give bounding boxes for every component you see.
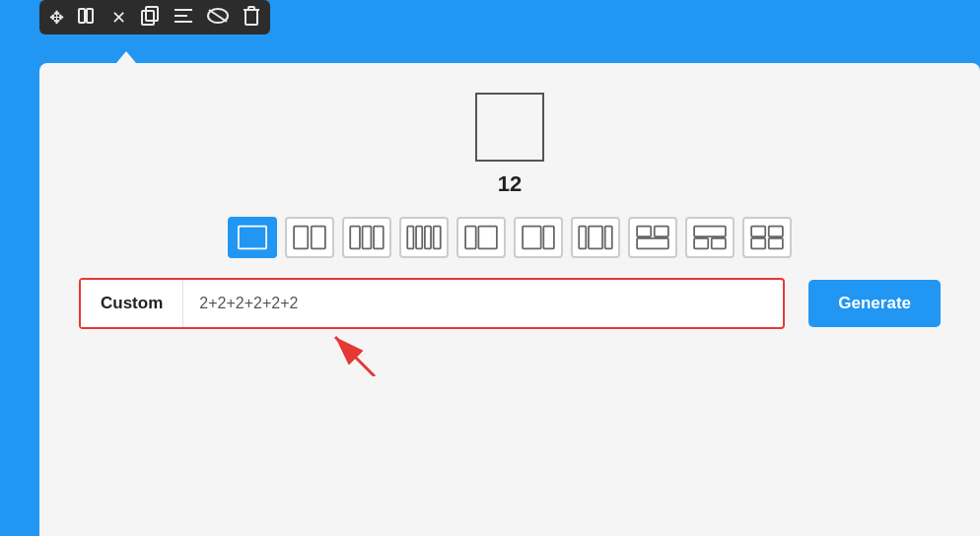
preview-box	[475, 93, 544, 162]
preview-area: 12	[475, 93, 544, 197]
layout-1plus2col[interactable]	[456, 217, 506, 258]
svg-rect-35	[769, 238, 783, 249]
svg-rect-9	[239, 227, 266, 249]
svg-rect-24	[589, 227, 602, 249]
generate-button[interactable]: Generate	[808, 280, 941, 327]
layout-3plus2col[interactable]	[685, 217, 735, 258]
svg-rect-14	[374, 227, 384, 249]
layout-1col[interactable]	[228, 217, 277, 258]
svg-rect-1	[87, 9, 93, 23]
svg-rect-21	[523, 227, 541, 249]
custom-row-wrapper: Custom	[79, 278, 785, 329]
trash-icon[interactable]	[243, 6, 260, 29]
svg-rect-20	[478, 227, 497, 249]
svg-rect-32	[751, 227, 765, 237]
svg-rect-22	[543, 227, 554, 249]
svg-rect-0	[79, 9, 85, 23]
red-arrow	[306, 327, 385, 376]
svg-line-37	[335, 337, 375, 376]
custom-row: Custom	[79, 278, 785, 329]
move-icon[interactable]: ✥	[49, 9, 64, 27]
svg-rect-26	[637, 227, 651, 237]
svg-rect-11	[312, 227, 325, 249]
svg-rect-27	[655, 227, 668, 237]
svg-rect-17	[425, 227, 431, 249]
layout-equal-wide[interactable]	[628, 217, 677, 258]
columns-icon[interactable]	[78, 6, 98, 29]
custom-label: Custom	[81, 280, 183, 327]
svg-rect-10	[294, 227, 308, 249]
custom-input[interactable]	[183, 281, 783, 326]
bottom-row: Custom Generate	[79, 278, 941, 329]
copy-icon[interactable]	[140, 6, 160, 29]
settings-icon[interactable]: ✕	[111, 9, 126, 27]
layout-4col[interactable]	[399, 217, 449, 258]
align-icon[interactable]	[174, 7, 193, 28]
svg-rect-33	[769, 227, 783, 237]
svg-rect-16	[416, 227, 422, 249]
svg-rect-25	[605, 227, 612, 249]
svg-rect-28	[637, 238, 668, 249]
svg-rect-34	[751, 238, 765, 249]
svg-rect-3	[142, 11, 154, 25]
svg-line-8	[209, 10, 227, 22]
svg-rect-18	[434, 227, 441, 249]
svg-rect-23	[579, 227, 586, 249]
layout-3col[interactable]	[342, 217, 391, 258]
svg-rect-30	[694, 238, 708, 249]
svg-rect-19	[465, 227, 476, 249]
toolbar-pointer	[116, 51, 136, 63]
svg-rect-13	[363, 227, 372, 249]
layout-1plus2plus1col[interactable]	[571, 217, 620, 258]
layout-row	[228, 217, 792, 258]
svg-rect-2	[146, 7, 158, 21]
svg-rect-12	[350, 227, 360, 249]
toolbar: ✥ ✕	[39, 0, 270, 34]
svg-rect-15	[407, 227, 413, 249]
main-panel: 12	[39, 63, 980, 536]
layout-2plus1col[interactable]	[514, 217, 563, 258]
svg-rect-29	[694, 227, 726, 237]
preview-number: 12	[498, 171, 522, 197]
layout-2col[interactable]	[285, 217, 334, 258]
svg-rect-31	[712, 238, 726, 249]
layout-grid[interactable]	[742, 217, 792, 258]
visibility-icon[interactable]	[207, 8, 229, 27]
